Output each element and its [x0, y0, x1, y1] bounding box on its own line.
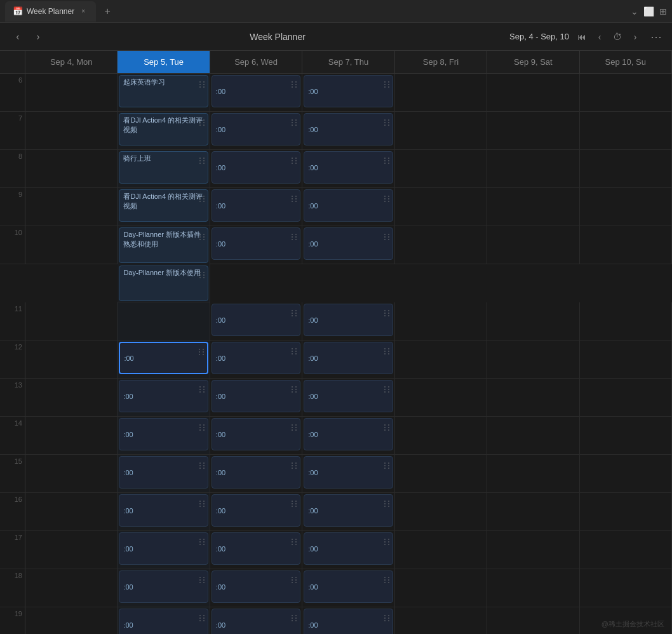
prev-period-button[interactable]: ‹: [592, 29, 607, 44]
drag-handle-thu-11[interactable]: [384, 306, 391, 316]
time-input-wed-11[interactable]: :00: [212, 304, 300, 336]
cell-sat-18[interactable]: [487, 569, 579, 607]
drag-handle-thu-13[interactable]: [384, 382, 391, 393]
event-tue-9[interactable]: 看DJI Action4 的相关测评视频: [119, 189, 208, 222]
cell-mon-11[interactable]: [25, 302, 118, 341]
cell-wed-13[interactable]: :00: [210, 379, 302, 417]
drag-handle-tue-19[interactable]: [199, 611, 206, 621]
cell-wed-7[interactable]: :00: [210, 112, 302, 150]
drag-handle-wed-15[interactable]: [292, 459, 298, 469]
cell-sat-8[interactable]: [487, 150, 579, 188]
cell-tue-19[interactable]: :00: [118, 607, 210, 634]
cell-sun-13[interactable]: [580, 379, 672, 417]
drag-handle-tue-13[interactable]: [199, 382, 206, 393]
nav-forward-button[interactable]: ›: [30, 29, 46, 44]
drag-handle-wed-17[interactable]: [292, 535, 298, 545]
drag-handle-thu-7[interactable]: [384, 116, 391, 126]
cell-sun-17[interactable]: [580, 531, 672, 569]
cell-sat-17[interactable]: [487, 531, 579, 569]
cell-thu-13[interactable]: :00: [302, 379, 394, 417]
cell-sun-7[interactable]: [580, 112, 672, 150]
cell-sun-9[interactable]: [580, 188, 672, 226]
time-input-thu-11[interactable]: :00: [304, 304, 393, 336]
cell-sat-12[interactable]: [487, 341, 579, 379]
cell-mon-19[interactable]: [25, 607, 118, 634]
cell-fri-14[interactable]: [395, 417, 487, 455]
cell-fri-16[interactable]: [395, 493, 487, 531]
cell-mon-7[interactable]: [25, 112, 118, 150]
time-input-thu-16[interactable]: :00: [304, 494, 393, 527]
cell-tue-10[interactable]: Day-Pllanner 新版本插件熟悉和使用 Day-Pllanner 新版本…: [118, 226, 210, 302]
cell-sat-10[interactable]: [487, 226, 579, 264]
cell-sat-11[interactable]: [487, 302, 579, 341]
time-input-wed-18[interactable]: :00: [212, 570, 300, 603]
time-input-thu-17[interactable]: :00: [304, 532, 393, 565]
drag-handle-tue-10a[interactable]: [199, 230, 206, 240]
time-input-thu-8[interactable]: :00: [304, 151, 393, 184]
drag-handle-thu-15[interactable]: [384, 459, 391, 469]
cell-thu-15[interactable]: :00: [302, 455, 394, 493]
time-input-wed-6[interactable]: :00: [212, 75, 300, 107]
drag-handle-tue-17[interactable]: [199, 535, 206, 545]
drag-handle-wed-10[interactable]: [292, 230, 298, 240]
next-period-button[interactable]: ›: [628, 29, 643, 44]
cell-fri-6[interactable]: [395, 74, 487, 112]
time-input-wed-13[interactable]: :00: [212, 380, 300, 412]
cell-thu-6[interactable]: :00: [302, 74, 394, 112]
event-tue-10a[interactable]: Day-Pllanner 新版本插件熟悉和使用: [119, 227, 208, 263]
cell-sun-15[interactable]: [580, 455, 672, 493]
cell-tue-12[interactable]: :00: [118, 341, 210, 379]
cell-fri-11[interactable]: [395, 302, 487, 341]
cell-wed-9[interactable]: :00: [210, 188, 302, 226]
time-input-tue-18[interactable]: :00: [119, 570, 208, 603]
cell-fri-18[interactable]: [395, 569, 487, 607]
drag-handle-wed-13[interactable]: [292, 382, 298, 393]
grid-icon[interactable]: ⊞: [659, 6, 667, 17]
cell-mon-15[interactable]: [25, 455, 118, 493]
drag-handle-tue-15[interactable]: [199, 459, 206, 469]
drag-handle-tue-7[interactable]: [199, 116, 206, 126]
cell-tue-15[interactable]: :00: [118, 455, 210, 493]
cell-tue-6[interactable]: 起床英语学习: [118, 74, 210, 112]
time-input-thu-6[interactable]: :00: [304, 75, 393, 107]
cell-tue-17[interactable]: :00: [118, 531, 210, 569]
cell-tue-9[interactable]: 看DJI Action4 的相关测评视频: [118, 188, 210, 226]
drag-handle-wed-14[interactable]: [292, 421, 298, 431]
cell-thu-12[interactable]: :00: [302, 341, 394, 379]
cell-mon-14[interactable]: [25, 417, 118, 455]
cell-fri-12[interactable]: [395, 341, 487, 379]
cell-tue-13[interactable]: :00: [118, 379, 210, 417]
cell-sat-14[interactable]: [487, 417, 579, 455]
time-input-wed-16[interactable]: :00: [212, 494, 300, 527]
drag-handle-tue-10b[interactable]: [199, 268, 206, 278]
time-input-thu-18[interactable]: :00: [304, 570, 393, 603]
time-input-tue-14[interactable]: :00: [119, 418, 208, 450]
cell-tue-8[interactable]: 骑行上班: [118, 150, 210, 188]
drag-handle-wed-18[interactable]: [292, 573, 298, 583]
cell-wed-18[interactable]: :00: [210, 569, 302, 607]
drag-handle-thu-10[interactable]: [384, 230, 391, 240]
more-options-button[interactable]: ⋯: [650, 30, 662, 44]
time-input-thu-14[interactable]: :00: [304, 418, 393, 450]
nav-back-button[interactable]: ‹: [10, 29, 25, 44]
drag-handle-thu-6[interactable]: [384, 78, 391, 88]
time-input-tue-13[interactable]: :00: [119, 380, 208, 412]
cell-thu-17[interactable]: :00: [302, 531, 394, 569]
drag-handle-thu-17[interactable]: [384, 535, 391, 545]
drag-handle-thu-9[interactable]: [384, 192, 391, 202]
time-input-wed-19[interactable]: :00: [212, 609, 300, 634]
drag-handle-tue-16[interactable]: [199, 497, 206, 507]
cell-wed-10[interactable]: :00: [210, 226, 302, 264]
cell-mon-13[interactable]: [25, 379, 118, 417]
cell-wed-17[interactable]: :00: [210, 531, 302, 569]
drag-handle-tue-14[interactable]: [199, 421, 206, 431]
cell-wed-11[interactable]: :00: [210, 302, 302, 341]
cell-fri-9[interactable]: [395, 188, 487, 226]
drag-handle-tue-12[interactable]: [199, 345, 205, 355]
drag-handle-wed-11[interactable]: [292, 306, 298, 316]
cell-sun-10[interactable]: [580, 226, 672, 264]
cell-fri-7[interactable]: [395, 112, 487, 150]
time-input-thu-12[interactable]: :00: [304, 342, 393, 374]
restore-icon[interactable]: ⬜: [643, 6, 654, 17]
cell-sat-7[interactable]: [487, 112, 579, 150]
